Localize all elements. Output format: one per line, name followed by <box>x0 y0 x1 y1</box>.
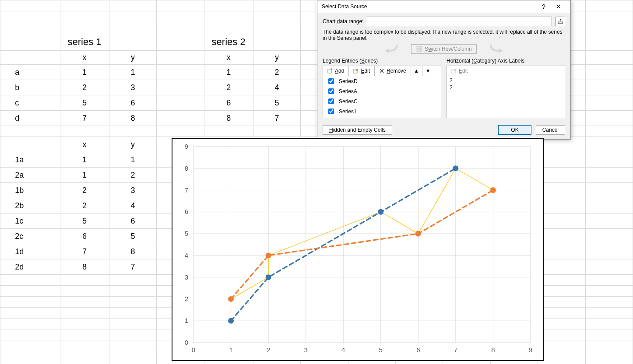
cell[interactable]: y <box>253 51 301 65</box>
series-checkbox[interactable] <box>328 108 334 114</box>
cell[interactable] <box>0 80 12 95</box>
cell[interactable] <box>490 362 538 364</box>
cell[interactable]: 1 <box>109 65 157 80</box>
cell[interactable] <box>157 95 204 111</box>
cell[interactable]: 1a <box>12 152 60 168</box>
cell[interactable] <box>60 11 109 22</box>
remove-series-button[interactable]: Remove <box>375 66 411 76</box>
series-item[interactable]: SeriesC <box>323 96 441 106</box>
cell[interactable]: 3 <box>109 80 157 95</box>
cell[interactable] <box>443 362 490 364</box>
cell[interactable] <box>0 152 12 168</box>
cell[interactable] <box>538 183 585 198</box>
cell[interactable]: 2b <box>12 198 60 214</box>
cell[interactable]: 7 <box>60 244 109 259</box>
series-listbox[interactable]: SeriesDSeriesASeriesCSeries1Series2 <box>323 76 441 118</box>
cell[interactable] <box>60 22 109 33</box>
cell[interactable] <box>60 351 109 362</box>
cell[interactable] <box>585 80 633 95</box>
cell[interactable] <box>538 351 585 362</box>
cell[interactable]: series 1 <box>60 33 109 51</box>
cell[interactable] <box>157 111 204 126</box>
category-item[interactable]: 2 <box>450 84 562 91</box>
cell[interactable]: x <box>60 137 109 152</box>
cell[interactable] <box>157 0 204 11</box>
cell[interactable] <box>204 22 253 33</box>
cell[interactable] <box>253 126 301 137</box>
cell[interactable]: 5 <box>60 214 109 229</box>
cell[interactable] <box>348 362 395 364</box>
hidden-empty-cells-button[interactable]: Hidden and Empty Cells <box>323 125 392 135</box>
cell[interactable] <box>204 0 253 11</box>
cell[interactable]: 1 <box>60 65 109 80</box>
cell[interactable] <box>0 329 12 340</box>
cell[interactable] <box>60 275 109 286</box>
cell[interactable] <box>109 318 157 329</box>
cell[interactable]: c <box>12 95 60 111</box>
cell[interactable] <box>0 244 12 259</box>
cell[interactable] <box>585 51 633 65</box>
cell[interactable] <box>60 286 109 297</box>
cell[interactable]: 1d <box>12 244 60 259</box>
cell[interactable] <box>538 152 585 168</box>
cell[interactable]: 8 <box>109 244 157 259</box>
cell[interactable] <box>538 214 585 229</box>
cell[interactable] <box>12 275 60 286</box>
cell[interactable]: series 2 <box>204 33 253 51</box>
cell[interactable] <box>253 22 301 33</box>
cell[interactable]: 5 <box>253 95 301 111</box>
cell[interactable] <box>204 362 253 364</box>
cell[interactable] <box>585 351 633 362</box>
cell[interactable]: 2 <box>60 183 109 198</box>
move-up-button[interactable]: ▲ <box>411 66 422 76</box>
cell[interactable] <box>301 362 348 364</box>
cell[interactable] <box>0 214 12 229</box>
cell[interactable] <box>0 51 12 65</box>
cell[interactable] <box>585 297 633 308</box>
cell[interactable] <box>538 168 585 183</box>
cell[interactable] <box>109 351 157 362</box>
cell[interactable] <box>12 11 60 22</box>
series-checkbox[interactable] <box>328 98 334 104</box>
cell[interactable] <box>585 11 633 22</box>
cell[interactable] <box>12 308 60 318</box>
cell[interactable] <box>585 183 633 198</box>
cell[interactable] <box>157 33 204 51</box>
cell[interactable] <box>0 340 12 351</box>
category-item[interactable]: 2 <box>450 77 562 84</box>
cell[interactable] <box>253 11 301 22</box>
cell[interactable] <box>585 244 633 259</box>
cell[interactable] <box>0 259 12 275</box>
cell[interactable] <box>585 168 633 183</box>
collapse-dialog-button[interactable] <box>556 17 565 26</box>
cell[interactable] <box>0 351 12 362</box>
cell[interactable]: 8 <box>60 259 109 275</box>
cell[interactable] <box>12 33 60 51</box>
cell[interactable] <box>585 362 633 364</box>
cell[interactable] <box>585 308 633 318</box>
cell[interactable] <box>12 137 60 152</box>
cell[interactable] <box>157 11 204 22</box>
cell[interactable] <box>12 329 60 340</box>
cell[interactable] <box>585 229 633 244</box>
cell[interactable] <box>12 340 60 351</box>
cell[interactable] <box>0 95 12 111</box>
cell[interactable] <box>109 11 157 22</box>
cell[interactable]: 1 <box>60 152 109 168</box>
cell[interactable] <box>0 308 12 318</box>
chart-data-range-input[interactable] <box>367 17 552 26</box>
cell[interactable] <box>538 259 585 275</box>
cell[interactable]: 2 <box>60 198 109 214</box>
cell[interactable] <box>109 126 157 137</box>
cell[interactable]: 6 <box>109 214 157 229</box>
chart[interactable]: 01234567890123456789 <box>172 138 544 361</box>
cell[interactable] <box>60 0 109 11</box>
cell[interactable] <box>157 80 204 95</box>
cell[interactable]: 3 <box>109 183 157 198</box>
cell[interactable] <box>538 340 585 351</box>
cell[interactable] <box>109 340 157 351</box>
cell[interactable]: 2a <box>12 168 60 183</box>
cell[interactable]: 5 <box>109 229 157 244</box>
cell[interactable] <box>585 65 633 80</box>
cell[interactable] <box>253 362 301 364</box>
